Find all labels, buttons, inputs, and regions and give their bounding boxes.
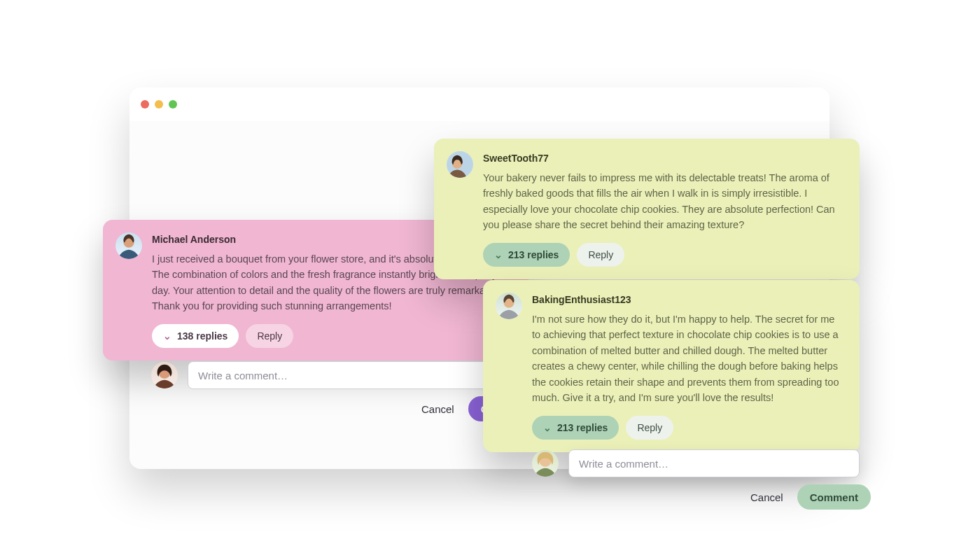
avatar xyxy=(496,293,522,319)
chevron-down-icon: ⌄ xyxy=(494,250,503,260)
chevron-down-icon: ⌄ xyxy=(543,423,552,433)
avatar xyxy=(151,362,178,388)
comment-input[interactable] xyxy=(188,361,529,389)
reply-label: Reply xyxy=(637,422,662,433)
comment-compose-row xyxy=(532,449,860,477)
window-maximize-dot[interactable] xyxy=(169,100,177,108)
replies-count-label: 213 replies xyxy=(557,422,608,433)
expand-replies-button[interactable]: ⌄ 138 replies xyxy=(152,324,239,348)
comment-button[interactable]: Comment xyxy=(797,484,871,510)
expand-replies-button[interactable]: ⌄ 213 replies xyxy=(483,243,570,267)
replies-count-label: 213 replies xyxy=(508,249,559,260)
window-minimize-dot[interactable] xyxy=(155,100,163,108)
comment-card-yellow-2: BakingEnthusiast123 I'm not sure how the… xyxy=(483,280,860,452)
reply-button[interactable]: Reply xyxy=(577,243,624,267)
cancel-button[interactable]: Cancel xyxy=(748,487,786,507)
comment-card-yellow-1: SweetTooth77 Your bakery never fails to … xyxy=(434,139,860,279)
avatar xyxy=(115,232,142,259)
replies-count-label: 138 replies xyxy=(177,330,227,342)
comment-compose-row xyxy=(151,361,529,389)
comment-body: I'm not sure how they do it, but I'm hap… xyxy=(532,312,844,406)
comment-body: Your bakery never fails to impress me wi… xyxy=(483,170,844,233)
reply-button[interactable]: Reply xyxy=(246,324,293,348)
compose-actions: Cancel Comment xyxy=(748,484,871,510)
comment-input[interactable] xyxy=(568,449,860,477)
avatar xyxy=(447,151,473,178)
window-close-dot[interactable] xyxy=(141,100,149,108)
reply-label: Reply xyxy=(588,249,613,260)
chevron-down-icon: ⌄ xyxy=(163,331,172,341)
comment-username: SweetTooth77 xyxy=(483,153,844,164)
reply-label: Reply xyxy=(257,330,282,342)
window-titlebar xyxy=(130,88,830,121)
expand-replies-button[interactable]: ⌄ 213 replies xyxy=(532,416,619,440)
avatar xyxy=(532,450,559,477)
comment-username: BakingEnthusiast123 xyxy=(532,294,844,306)
reply-button[interactable]: Reply xyxy=(626,416,673,440)
cancel-button[interactable]: Cancel xyxy=(419,399,457,419)
